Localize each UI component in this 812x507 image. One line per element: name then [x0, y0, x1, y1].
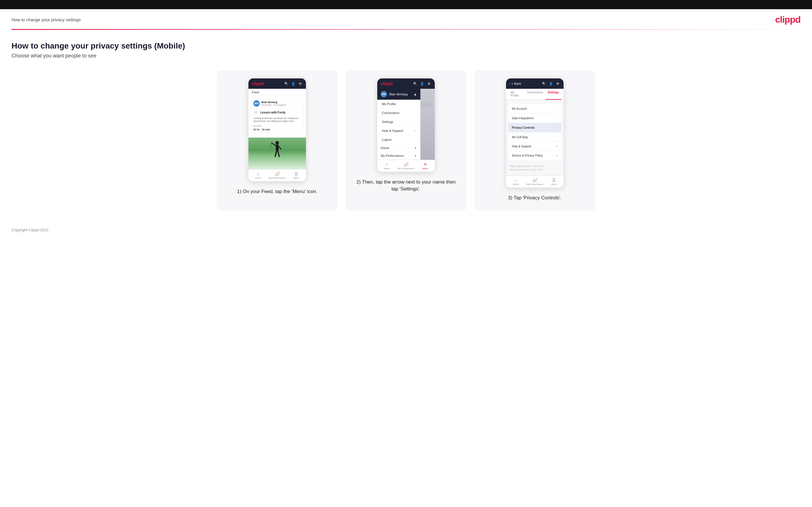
menu-label-3: Menu: [551, 183, 557, 185]
help-external-icon: ↗: [556, 145, 558, 148]
bottom-nav-menu-1: ☰ Menu: [287, 171, 306, 179]
home-label-3: Home: [513, 183, 519, 185]
svg-line-6: [270, 143, 271, 148]
bottom-nav-menu-3: ☰ Menu: [544, 178, 564, 185]
settings-item-privacy-controls: Privacy Controls ›: [508, 123, 561, 132]
home-expand-icon: ▼: [414, 147, 417, 150]
settings-list: My Account › Data Integrations › Privacy…: [508, 104, 561, 160]
feed-post: BM Blair McHarg Yesterday · Sunningdale …: [251, 98, 304, 133]
steps-container: clippd 🔍 👤 ⚙ Feed BM Blair: [11, 70, 801, 211]
menu-user-info: BM Blair McHarg: [381, 91, 408, 97]
external-link-icon: ↗: [413, 129, 416, 132]
user-icon-3: 👤: [549, 81, 553, 86]
svg-line-2: [271, 143, 276, 146]
performance-icon-2: 📈: [404, 162, 409, 167]
back-chevron-icon: ‹: [509, 82, 511, 85]
home-label-2: Home: [384, 167, 390, 170]
step-2-label: 2) Then, tap the arrow next to your name…: [354, 179, 458, 192]
menu-item-help: Help & Support ↗: [377, 126, 420, 135]
header-title: How to change your privacy settings: [11, 17, 81, 22]
svg-rect-1: [276, 145, 278, 151]
performance-expand-icon: ▼: [414, 154, 417, 157]
settings-item-my-account: My Account ›: [508, 104, 561, 113]
my-account-chevron: ›: [557, 107, 558, 110]
settings-back-bar: ‹ < Back 🔍 👤 ⚙: [506, 78, 564, 89]
golf-bag-chevron: ›: [557, 135, 558, 139]
home-icon-3: ⌂: [514, 178, 517, 182]
menu-label-1: Menu: [294, 177, 299, 179]
phone-nav-2: clippd 🔍 👤 ⚙: [377, 78, 435, 89]
footer: Copyright Clippd 2022: [0, 222, 812, 238]
home-icon-1: ⌂: [257, 171, 259, 176]
settings-version: Clippd Client Version: 2022.8.3-3 SQL Se…: [506, 162, 564, 174]
menu-item-settings: Settings: [377, 117, 420, 126]
menu-username: Blair McHarg: [389, 93, 408, 96]
performance-icon-1: 📈: [275, 171, 280, 176]
settings-icon-3: ⚙: [556, 81, 560, 86]
top-bar: [0, 0, 812, 9]
settings-tabs: My Profile Connections Settings: [506, 89, 564, 100]
menu-item-connections: Connections: [377, 109, 420, 117]
phone-body-2: BM Blair McHarg ▲ My Profile Connections: [377, 89, 435, 160]
phone-bottom-nav-3: ⌂ Home 📈 My Performance ☰ Menu: [506, 175, 564, 187]
step-2-card: clippd 🔍 👤 ⚙: [346, 70, 466, 211]
bg-person: [420, 89, 435, 160]
menu-item-logout: Logout: [377, 135, 420, 144]
svg-point-0: [275, 141, 279, 145]
settings-item-help-support: Help & Support ↗: [508, 142, 561, 151]
feed-user-info: Blair McHarg Yesterday · Sunningdale: [261, 101, 286, 106]
bottom-nav-home-1: ⌂ Home: [248, 171, 268, 179]
user-icon-2: 👤: [420, 81, 424, 86]
feed-duration-label: Duration: [251, 124, 303, 128]
bottom-nav-home-3: ⌂ Home: [506, 178, 525, 185]
feed-text: Looking to feel like my hands are exitin…: [251, 116, 303, 124]
search-icon-3: 🔍: [542, 81, 546, 86]
bottom-nav-performance-2: 📈 My Performance: [397, 162, 416, 170]
copyright: Copyright Clippd 2022: [11, 228, 49, 232]
privacy-controls-chevron: ›: [557, 126, 558, 129]
logo: clippd: [775, 14, 801, 25]
phone-feed: BM Blair McHarg Yesterday · Sunningdale …: [248, 96, 306, 137]
svg-line-4: [275, 151, 276, 157]
menu-chevron-up: ▲: [413, 92, 417, 96]
home-label-1: Home: [255, 177, 261, 179]
performance-label-2: My Performance: [398, 167, 415, 170]
close-icon: ✕: [423, 162, 427, 167]
bottom-nav-performance-3: 📈 My Performance: [525, 178, 545, 185]
settings-icon: ⚙: [298, 81, 303, 86]
settings-body: My Account › Data Integrations › Privacy…: [506, 100, 564, 175]
phone-nav-1: clippd 🔍 👤 ⚙: [248, 78, 306, 89]
feed-tab: Feed: [248, 89, 306, 96]
home-icon-2: ⌂: [386, 162, 388, 167]
menu-section-home: Home ▼: [377, 144, 420, 152]
phone-nav-icons-2: 🔍 👤 ⚙: [413, 81, 431, 86]
bottom-nav-performance-1: 📈 My Performance: [268, 171, 287, 179]
menu-label-2: Menu: [422, 167, 428, 170]
menu-dropdown: BM Blair McHarg ▲ My Profile Connections: [377, 89, 420, 160]
menu-item-profile: My Profile: [377, 100, 420, 109]
feed-lesson-header: ✏ Lesson with Fordy: [251, 108, 303, 116]
data-integrations-chevron: ›: [557, 116, 558, 120]
header: How to change your privacy settings clip…: [0, 9, 812, 29]
phone-logo-1: clippd: [252, 81, 264, 86]
main-content: How to change your privacy settings (Mob…: [0, 30, 812, 222]
feed-location: Yesterday · Sunningdale: [261, 104, 286, 106]
settings-item-service-privacy: Service & Privacy Policy ↗: [508, 151, 561, 160]
phone-bottom-nav-2: ⌂ Home 📈 My Performance ✕ Menu: [377, 160, 435, 172]
bottom-nav-home-2: ⌂ Home: [377, 162, 397, 170]
golf-image: [248, 137, 306, 169]
menu-user-row: BM Blair McHarg ▲: [377, 89, 420, 100]
settings-item-golf-bag: My Golf Bag ›: [508, 132, 561, 142]
performance-label-3: My Performance: [526, 183, 544, 185]
performance-icon-3: 📈: [532, 178, 538, 182]
phone-nav-icons-1: 🔍 👤 ⚙: [284, 81, 303, 86]
phone-mockup-2: clippd 🔍 👤 ⚙: [377, 78, 435, 172]
menu-avatar: BM: [381, 91, 387, 97]
golfer-silhouette: [270, 140, 285, 166]
menu-icon-3: ☰: [552, 178, 556, 182]
step-1-label: 1) On your Feed, tap the 'Menu' icon.: [237, 188, 317, 195]
page-subheading: Choose what you want people to see: [11, 53, 801, 59]
phone-logo-2: clippd: [381, 81, 393, 86]
lesson-icon: ✏: [253, 110, 258, 115]
feed-username: Blair McHarg: [261, 101, 286, 104]
